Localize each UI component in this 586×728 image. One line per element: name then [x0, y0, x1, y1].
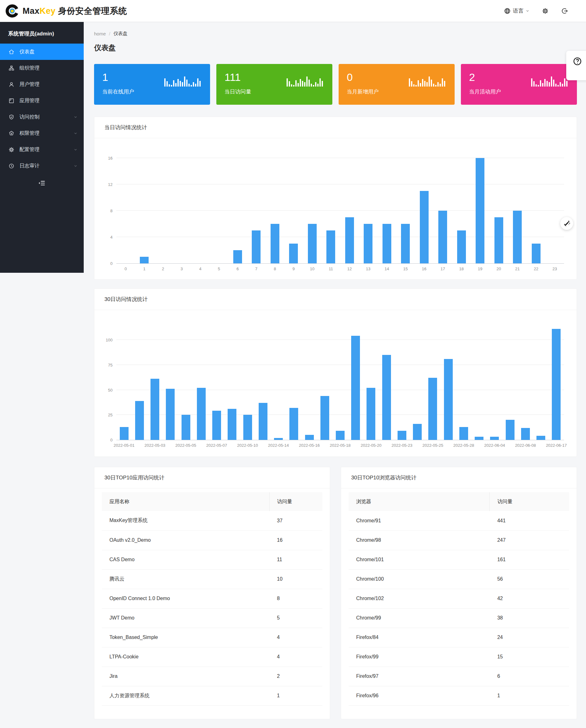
sidebar-item-5[interactable]: 权限管理 [0, 125, 84, 141]
stat-label: 当月活动用户 [469, 88, 569, 95]
chart-bar [506, 420, 514, 440]
gridline [116, 365, 564, 365]
x-axis-tick: 1 [143, 266, 146, 271]
x-axis-tick: 5 [218, 266, 220, 271]
breadcrumb-home-link[interactable]: home [94, 31, 106, 36]
table-row: Firefox/8424 [349, 628, 569, 647]
top10-browsers-title: 30日TOP10浏览器访问统计 [341, 467, 577, 489]
chart-bar [228, 409, 236, 440]
chart-bar [233, 250, 242, 263]
cell-name: OpenID Connect 1.0 Demo [102, 589, 269, 608]
cell-visits: 10 [269, 569, 322, 589]
chart-bar [271, 224, 279, 263]
maxkey-logo-icon [5, 4, 20, 18]
sidebar-item-label: 仪表盘 [20, 49, 34, 55]
chevron-down-icon [73, 163, 78, 168]
cell-name: Chrome/91 [349, 511, 490, 530]
cell-visits: 16 [269, 530, 322, 550]
x-axis-tick: 2022-05-03 [145, 443, 165, 448]
table-row: Jira2 [102, 667, 322, 686]
cell-visits: 24 [490, 628, 569, 647]
stat-cards-row: 1当前在线用户111当日访问量0当月新增用户2当月活动用户 [94, 64, 577, 105]
table-row: Chrome/91441 [349, 511, 569, 530]
x-axis-tick: 4 [199, 266, 201, 271]
sidebar-item-4[interactable]: 访问控制 [0, 109, 84, 125]
cell-name: Chrome/99 [349, 608, 490, 628]
chart-bar [398, 431, 406, 440]
browsers-col-name-header: 浏览器 [349, 492, 490, 511]
y-axis-tick: 25 [100, 413, 112, 417]
sidebar-item-label: 应用管理 [20, 98, 40, 104]
menu-fold-icon[interactable] [37, 179, 46, 187]
daily-visits-panel: 30日访问情况统计 02550751002022-05-012022-05-03… [94, 288, 577, 457]
chart-bar [459, 427, 468, 440]
y-axis-tick: 8 [100, 208, 112, 213]
chart-bar [212, 411, 221, 440]
sidebar-item-label: 权限管理 [20, 130, 40, 137]
sidebar-item-0[interactable]: 仪表盘 [0, 44, 84, 60]
question-circle-icon[interactable] [572, 56, 582, 66]
mini-bar-chart-icon [409, 75, 447, 88]
x-axis-tick: 2022-05-28 [453, 443, 475, 448]
language-selector[interactable]: 语言 [504, 7, 530, 15]
language-label: 语言 [513, 7, 524, 15]
top10-apps-title: 30日TOP10应用访问统计 [94, 467, 330, 489]
top10-browsers-panel: 30日TOP10浏览器访问统计 浏览器 访问量 Chrome/91441Chro… [341, 467, 577, 719]
x-axis-tick: 15 [403, 266, 408, 271]
x-axis-tick: 2022-06-17 [546, 443, 567, 448]
apps-col-visits-header: 访问量 [269, 492, 322, 511]
chart-bar [336, 431, 345, 440]
breadcrumb-separator: / [109, 31, 110, 36]
x-axis-tick: 8 [274, 266, 276, 271]
breadcrumb-current: 仪表盘 [113, 31, 128, 37]
x-axis-tick: 2022-05-05 [175, 443, 196, 448]
sidebar-item-7[interactable]: 日志审计 [0, 158, 84, 174]
sidebar-item-3[interactable]: 应用管理 [0, 93, 84, 109]
cell-visits: 8 [269, 589, 322, 608]
x-axis-tick: 2022-05-16 [299, 443, 320, 448]
chart-bar [513, 211, 522, 263]
sidebar-item-2[interactable]: 用户管理 [0, 76, 84, 93]
chart-bar [308, 224, 317, 263]
chart-bar [413, 424, 422, 440]
chevron-down-icon [73, 131, 78, 136]
brand: MaxKey 身份安全管理系统 [0, 4, 127, 18]
stat-card-3: 2当月活动用户 [461, 64, 577, 105]
top10-browsers-table: 浏览器 访问量 Chrome/91441Chrome/98247Chrome/1… [349, 492, 569, 706]
y-axis-tick: 16 [100, 156, 112, 160]
table-row: JWT Demo5 [102, 608, 322, 628]
chart-bar [475, 437, 483, 440]
chart-bar [383, 224, 391, 263]
annotate-wand-button[interactable] [560, 217, 573, 230]
chart-bar [289, 243, 298, 263]
chart-bar [494, 217, 503, 263]
sidebar-item-6[interactable]: 配置管理 [0, 141, 84, 158]
stat-card-2: 0当月新增用户 [339, 64, 455, 105]
chart-bar [438, 211, 447, 263]
hourly-visits-chart: 0481216012345678910111213141516171819202… [116, 145, 564, 264]
y-axis-tick: 4 [100, 235, 112, 239]
chevron-down-icon [73, 147, 78, 152]
sidebar-item-1[interactable]: 组织管理 [0, 60, 84, 76]
cell-visits: 247 [490, 530, 569, 550]
chart-bar [135, 401, 144, 440]
table-row: CAS Demo11 [102, 550, 322, 569]
chart-bar [552, 329, 561, 440]
globe-icon [504, 7, 511, 15]
stat-label: 当日访问量 [225, 88, 324, 95]
chart-bar [326, 230, 335, 263]
cell-name: Firefox/84 [349, 628, 490, 647]
settings-gear-icon[interactable] [541, 7, 549, 15]
sidebar: 系统管理员(admin) 仪表盘组织管理用户管理应用管理访问控制权限管理配置管理… [0, 22, 84, 273]
chart-bar [252, 230, 260, 263]
x-axis-tick: 2022-05-10 [237, 443, 258, 448]
x-axis-tick: 2 [162, 266, 164, 271]
y-axis-tick: 50 [100, 388, 112, 392]
logout-icon[interactable] [561, 7, 568, 15]
chart-bar [428, 378, 437, 440]
chart-bar [243, 415, 252, 440]
cell-visits: 441 [490, 511, 569, 530]
x-axis-tick: 17 [440, 266, 445, 271]
sidebar-user-title: 系统管理员(admin) [0, 22, 84, 44]
table-row: LTPA-Cookie4 [102, 647, 322, 667]
